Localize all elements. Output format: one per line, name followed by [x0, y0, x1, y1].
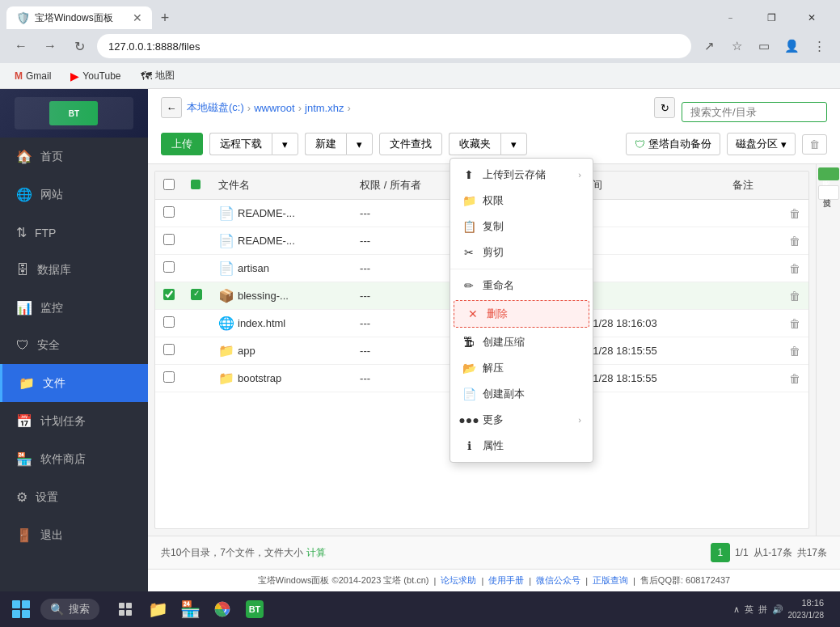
maximize-button[interactable]: ❐ — [753, 6, 790, 29]
collect-button[interactable]: 收藏夹 — [449, 133, 500, 155]
delete-button[interactable]: 🗑 — [802, 134, 827, 155]
context-menu-item-folder[interactable]: 📁权限 — [450, 188, 593, 214]
profile-icon[interactable]: 👤 — [780, 35, 803, 57]
file-delete-button[interactable]: 🗑 — [789, 317, 800, 330]
remote-download-arrow[interactable]: ▾ — [272, 133, 298, 155]
breadcrumb-current[interactable]: jntm.xhz — [305, 102, 344, 114]
sidebar-item-home[interactable]: 🏠 首页 — [0, 138, 148, 176]
file-delete-button[interactable]: 🗑 — [789, 290, 800, 303]
file-delete-button[interactable]: 🗑 — [789, 345, 800, 358]
context-menu-item-copy[interactable]: 📋复制 — [450, 214, 593, 239]
file-checkbox[interactable] — [163, 234, 175, 245]
sidebar-item-settings[interactable]: ⚙ 设置 — [0, 478, 148, 516]
col-header-filename: 文件名 — [210, 172, 352, 200]
new-arrow[interactable]: ▾ — [346, 133, 373, 155]
file-checkbox[interactable] — [163, 371, 175, 383]
breadcrumb-wwwroot[interactable]: wwwroot — [254, 102, 295, 114]
disk-partition-arrow: ▾ — [781, 138, 787, 150]
file-delete-button[interactable]: 🗑 — [789, 262, 800, 275]
context-menu-item-rename[interactable]: ✏重命名 — [450, 273, 593, 299]
sidebar-item-security[interactable]: 🛡 安全 — [0, 327, 148, 364]
file-delete-button[interactable]: 🗑 — [789, 207, 800, 220]
sidebar-item-ftp[interactable]: ⇅ FTP — [0, 214, 148, 252]
back-button[interactable]: ← — [10, 35, 32, 57]
menu-icon[interactable]: ⋮ — [808, 35, 830, 57]
remote-download-group: 远程下载 ▾ — [209, 133, 298, 155]
breadcrumb-back-button[interactable]: ← — [161, 97, 182, 118]
file-checkbox[interactable] — [163, 289, 175, 300]
refresh-button[interactable]: ↻ — [654, 97, 675, 118]
browser-tab[interactable]: 🛡️ 宝塔Windows面板 ✕ — [6, 6, 152, 29]
collect-arrow[interactable]: ▾ — [500, 133, 527, 155]
breadcrumb-disk[interactable]: 本地磁盘(c:) — [187, 100, 244, 115]
taskbar-search[interactable]: 🔍 搜索 — [40, 599, 99, 620]
file-checkbox[interactable] — [163, 206, 175, 218]
file-checkbox[interactable] — [163, 344, 175, 355]
taskbar-chrome-app[interactable] — [208, 595, 237, 624]
remote-download-button[interactable]: 远程下载 — [209, 133, 272, 155]
show-desktop-button[interactable] — [829, 595, 834, 624]
footer-calc[interactable]: 计算 — [306, 546, 326, 560]
file-checkbox[interactable] — [163, 316, 175, 328]
refresh-button[interactable]: ↻ — [68, 35, 91, 57]
page-current[interactable]: 1 — [711, 543, 730, 562]
sidebar-item-monitor[interactable]: 📊 监控 — [0, 289, 148, 327]
select-all-checkbox[interactable] — [163, 179, 175, 190]
file-search-button[interactable]: 文件查找 — [379, 133, 442, 155]
remote-download-label: 远程下载 — [220, 137, 262, 151]
close-button[interactable]: ✕ — [793, 6, 830, 29]
bookmark-gmail[interactable]: M Gmail — [10, 69, 56, 83]
tray-chevron[interactable]: ∧ — [733, 604, 740, 615]
license-check-link[interactable]: 正版查询 — [593, 574, 628, 587]
sidebar-item-tasks[interactable]: 📅 计划任务 — [0, 402, 148, 440]
file-checkbox[interactable] — [163, 261, 175, 273]
context-menu-item-more[interactable]: ●●●更多› — [450, 407, 593, 433]
tab-close-button[interactable]: ✕ — [133, 11, 142, 24]
tray-lang1[interactable]: 英 — [745, 604, 753, 616]
context-menu-item-upload[interactable]: ⬆上传到云存储› — [450, 162, 593, 188]
tray-lang2[interactable]: 拼 — [758, 604, 767, 616]
new-tab-button[interactable]: + — [154, 6, 176, 29]
extension-icon[interactable]: ▭ — [753, 35, 775, 57]
cloud-backup-button[interactable]: 🛡 堡塔自动备份 — [626, 133, 720, 155]
upload-button[interactable]: 上传 — [161, 133, 203, 155]
context-menu-item-cut[interactable]: ✂剪切 — [450, 239, 593, 265]
start-button[interactable] — [6, 595, 36, 624]
tray-volume[interactable]: 🔊 — [772, 604, 783, 615]
file-delete-button[interactable]: 🗑 — [789, 235, 800, 248]
file-delete-button[interactable]: 🗑 — [789, 372, 800, 385]
sidebar-item-store[interactable]: 🏪 软件商店 — [0, 440, 148, 478]
taskbar-store-app[interactable]: 🏪 — [175, 595, 205, 624]
context-menu-item-unzip[interactable]: 📂解压 — [450, 355, 593, 381]
taskbar-time[interactable]: 18:16 2023/1/28 — [788, 597, 825, 621]
manual-link[interactable]: 使用手册 — [488, 574, 524, 587]
context-menu-item-duplicate[interactable]: 📄创建副本 — [450, 381, 593, 407]
taskbar-taskview[interactable] — [111, 595, 140, 624]
forward-button[interactable]: → — [39, 35, 61, 57]
context-menu-item-info[interactable]: ℹ属性 — [450, 433, 593, 459]
address-input[interactable] — [97, 34, 691, 58]
monitor-icon: 📊 — [16, 300, 32, 316]
new-button[interactable]: 新建 — [305, 133, 346, 155]
feedback-button[interactable]: 反馈 — [818, 185, 839, 200]
bookmark-map[interactable]: 🗺 地图 — [136, 67, 179, 84]
sidebar-item-website[interactable]: 🌐 网站 — [0, 176, 148, 214]
context-menu-item-zip[interactable]: 🗜创建压缩 — [450, 329, 593, 355]
bookmark-icon[interactable]: ☆ — [725, 35, 748, 57]
taskbar-files-app[interactable]: 📁 — [143, 595, 172, 624]
share-icon[interactable]: ↗ — [698, 35, 720, 57]
forum-help-link[interactable]: 论坛求助 — [441, 574, 476, 587]
sidebar-item-monitor-label: 监控 — [40, 301, 63, 316]
search-input[interactable] — [682, 102, 827, 122]
minimize-button[interactable]: ﹣ — [712, 6, 749, 29]
sidebar-item-files[interactable]: 📁 文件 — [0, 364, 148, 402]
sidebar-item-database[interactable]: 🗄 数据库 — [0, 252, 148, 289]
taskbar-bt-app[interactable]: BT — [240, 595, 269, 624]
bookmark-youtube[interactable]: ▶ YouTube — [65, 68, 125, 84]
sidebar-item-logout[interactable]: 🚪 退出 — [0, 516, 148, 554]
file-note — [724, 200, 781, 227]
customer-service-button[interactable]: 客服 — [818, 167, 839, 180]
context-menu-delete[interactable]: ✕删除 — [454, 300, 589, 328]
disk-partition-button[interactable]: 磁盘分区 ▾ — [727, 133, 796, 155]
wechat-link[interactable]: 微信公众号 — [536, 574, 580, 587]
